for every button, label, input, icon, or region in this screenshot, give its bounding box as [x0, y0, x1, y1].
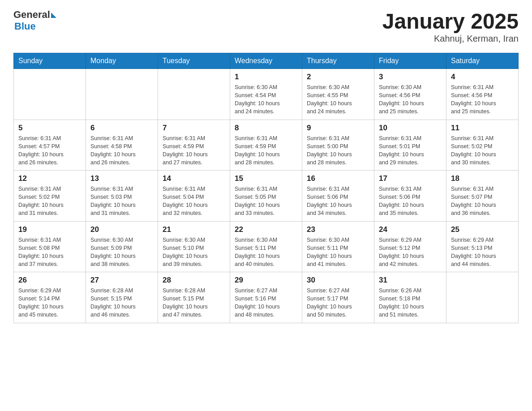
- calendar-cell: 8Sunrise: 6:31 AM Sunset: 4:59 PM Daylig…: [230, 120, 302, 171]
- calendar-cell: 26Sunrise: 6:29 AM Sunset: 5:14 PM Dayli…: [14, 272, 86, 323]
- day-number: 20: [90, 225, 153, 234]
- day-number: 18: [451, 174, 514, 183]
- day-number: 19: [18, 225, 81, 234]
- day-number: 7: [163, 124, 225, 133]
- day-info: Sunrise: 6:29 AM Sunset: 5:14 PM Dayligh…: [18, 287, 81, 319]
- calendar-cell: [86, 69, 158, 120]
- day-header-row: SundayMondayTuesdayWednesdayThursdayFrid…: [14, 53, 519, 69]
- calendar-cell: 2Sunrise: 6:30 AM Sunset: 4:55 PM Daylig…: [302, 69, 374, 120]
- col-header-monday: Monday: [86, 53, 158, 69]
- calendar-body: 1Sunrise: 6:30 AM Sunset: 4:54 PM Daylig…: [14, 69, 519, 323]
- col-header-wednesday: Wednesday: [230, 53, 302, 69]
- day-number: 26: [18, 276, 81, 285]
- week-row-4: 19Sunrise: 6:31 AM Sunset: 5:08 PM Dayli…: [14, 221, 519, 272]
- calendar-cell: 20Sunrise: 6:30 AM Sunset: 5:09 PM Dayli…: [86, 221, 158, 272]
- calendar-subtitle: Kahnuj, Kerman, Iran: [382, 34, 519, 44]
- calendar-cell: 19Sunrise: 6:31 AM Sunset: 5:08 PM Dayli…: [14, 221, 86, 272]
- day-number: 15: [235, 174, 297, 183]
- day-number: 24: [379, 225, 442, 234]
- day-number: 11: [451, 124, 514, 133]
- day-info: Sunrise: 6:30 AM Sunset: 5:11 PM Dayligh…: [307, 236, 369, 269]
- day-info: Sunrise: 6:28 AM Sunset: 5:15 PM Dayligh…: [163, 287, 225, 319]
- calendar-cell: 22Sunrise: 6:30 AM Sunset: 5:11 PM Dayli…: [230, 221, 302, 272]
- day-number: 9: [307, 124, 369, 133]
- calendar-cell: 24Sunrise: 6:29 AM Sunset: 5:12 PM Dayli…: [374, 221, 446, 272]
- calendar-table: SundayMondayTuesdayWednesdayThursdayFrid…: [13, 53, 519, 323]
- col-header-tuesday: Tuesday: [158, 53, 230, 69]
- calendar-cell: 27Sunrise: 6:28 AM Sunset: 5:15 PM Dayli…: [86, 272, 158, 323]
- day-number: 21: [163, 225, 225, 234]
- day-info: Sunrise: 6:31 AM Sunset: 5:03 PM Dayligh…: [90, 185, 153, 218]
- day-number: 6: [90, 124, 153, 133]
- calendar-cell: 4Sunrise: 6:31 AM Sunset: 4:56 PM Daylig…: [446, 69, 519, 120]
- day-number: 3: [379, 73, 442, 81]
- day-number: 25: [451, 225, 514, 234]
- day-info: Sunrise: 6:30 AM Sunset: 4:56 PM Dayligh…: [379, 83, 442, 116]
- calendar-cell: [14, 69, 86, 120]
- day-info: Sunrise: 6:29 AM Sunset: 5:13 PM Dayligh…: [451, 236, 514, 269]
- calendar-header: SundayMondayTuesdayWednesdayThursdayFrid…: [14, 53, 519, 69]
- day-info: Sunrise: 6:30 AM Sunset: 4:55 PM Dayligh…: [307, 83, 369, 116]
- calendar-cell: 1Sunrise: 6:30 AM Sunset: 4:54 PM Daylig…: [230, 69, 302, 120]
- day-number: 5: [18, 124, 81, 133]
- day-number: 22: [235, 225, 297, 234]
- logo: General Blue: [13, 9, 56, 32]
- calendar-cell: 3Sunrise: 6:30 AM Sunset: 4:56 PM Daylig…: [374, 69, 446, 120]
- week-row-5: 26Sunrise: 6:29 AM Sunset: 5:14 PM Dayli…: [14, 272, 519, 323]
- day-info: Sunrise: 6:27 AM Sunset: 5:16 PM Dayligh…: [235, 287, 297, 319]
- calendar-cell: [158, 69, 230, 120]
- day-info: Sunrise: 6:31 AM Sunset: 5:06 PM Dayligh…: [379, 185, 442, 218]
- day-number: 1: [235, 73, 297, 81]
- calendar-cell: 28Sunrise: 6:28 AM Sunset: 5:15 PM Dayli…: [158, 272, 230, 323]
- day-number: 4: [451, 73, 514, 81]
- day-info: Sunrise: 6:31 AM Sunset: 5:02 PM Dayligh…: [451, 134, 514, 167]
- week-row-1: 1Sunrise: 6:30 AM Sunset: 4:54 PM Daylig…: [14, 69, 519, 120]
- calendar-cell: 7Sunrise: 6:31 AM Sunset: 4:59 PM Daylig…: [158, 120, 230, 171]
- day-number: 2: [307, 73, 369, 81]
- calendar-cell: 21Sunrise: 6:30 AM Sunset: 5:10 PM Dayli…: [158, 221, 230, 272]
- calendar-cell: 6Sunrise: 6:31 AM Sunset: 4:58 PM Daylig…: [86, 120, 158, 171]
- calendar-cell: 12Sunrise: 6:31 AM Sunset: 5:02 PM Dayli…: [14, 171, 86, 222]
- calendar-cell: 29Sunrise: 6:27 AM Sunset: 5:16 PM Dayli…: [230, 272, 302, 323]
- day-info: Sunrise: 6:30 AM Sunset: 5:10 PM Dayligh…: [163, 236, 225, 269]
- day-info: Sunrise: 6:31 AM Sunset: 5:04 PM Dayligh…: [163, 185, 225, 218]
- calendar-cell: 30Sunrise: 6:27 AM Sunset: 5:17 PM Dayli…: [302, 272, 374, 323]
- day-info: Sunrise: 6:31 AM Sunset: 5:07 PM Dayligh…: [451, 185, 514, 218]
- week-row-2: 5Sunrise: 6:31 AM Sunset: 4:57 PM Daylig…: [14, 120, 519, 171]
- day-info: Sunrise: 6:31 AM Sunset: 5:05 PM Dayligh…: [235, 185, 297, 218]
- calendar-title-block: January 2025 Kahnuj, Kerman, Iran: [382, 9, 519, 44]
- day-info: Sunrise: 6:31 AM Sunset: 4:57 PM Dayligh…: [18, 134, 81, 167]
- day-info: Sunrise: 6:27 AM Sunset: 5:17 PM Dayligh…: [307, 287, 369, 319]
- calendar-cell: 23Sunrise: 6:30 AM Sunset: 5:11 PM Dayli…: [302, 221, 374, 272]
- calendar-cell: [446, 272, 519, 323]
- logo-blue-text: Blue: [14, 21, 56, 32]
- day-info: Sunrise: 6:31 AM Sunset: 4:59 PM Dayligh…: [163, 134, 225, 167]
- calendar-cell: 25Sunrise: 6:29 AM Sunset: 5:13 PM Dayli…: [446, 221, 519, 272]
- day-info: Sunrise: 6:30 AM Sunset: 5:09 PM Dayligh…: [90, 236, 153, 269]
- week-row-3: 12Sunrise: 6:31 AM Sunset: 5:02 PM Dayli…: [14, 171, 519, 222]
- day-info: Sunrise: 6:30 AM Sunset: 4:54 PM Dayligh…: [235, 83, 297, 116]
- day-number: 31: [379, 276, 442, 285]
- day-info: Sunrise: 6:26 AM Sunset: 5:18 PM Dayligh…: [379, 287, 442, 319]
- calendar-cell: 18Sunrise: 6:31 AM Sunset: 5:07 PM Dayli…: [446, 171, 519, 222]
- day-number: 8: [235, 124, 297, 133]
- day-number: 14: [163, 174, 225, 183]
- day-info: Sunrise: 6:31 AM Sunset: 5:08 PM Dayligh…: [18, 236, 81, 269]
- calendar-cell: 5Sunrise: 6:31 AM Sunset: 4:57 PM Daylig…: [14, 120, 86, 171]
- calendar-cell: 9Sunrise: 6:31 AM Sunset: 5:00 PM Daylig…: [302, 120, 374, 171]
- calendar-cell: 11Sunrise: 6:31 AM Sunset: 5:02 PM Dayli…: [446, 120, 519, 171]
- day-info: Sunrise: 6:29 AM Sunset: 5:12 PM Dayligh…: [379, 236, 442, 269]
- calendar-cell: 13Sunrise: 6:31 AM Sunset: 5:03 PM Dayli…: [86, 171, 158, 222]
- logo-general-text: General: [13, 9, 50, 21]
- day-number: 27: [90, 276, 153, 285]
- day-info: Sunrise: 6:31 AM Sunset: 4:56 PM Dayligh…: [451, 83, 514, 116]
- day-number: 23: [307, 225, 369, 234]
- calendar-cell: 15Sunrise: 6:31 AM Sunset: 5:05 PM Dayli…: [230, 171, 302, 222]
- calendar-cell: 14Sunrise: 6:31 AM Sunset: 5:04 PM Dayli…: [158, 171, 230, 222]
- page-header: General Blue January 2025 Kahnuj, Kerman…: [13, 9, 519, 44]
- day-info: Sunrise: 6:31 AM Sunset: 5:00 PM Dayligh…: [307, 134, 369, 167]
- col-header-sunday: Sunday: [14, 53, 86, 69]
- calendar-cell: 31Sunrise: 6:26 AM Sunset: 5:18 PM Dayli…: [374, 272, 446, 323]
- day-info: Sunrise: 6:31 AM Sunset: 5:01 PM Dayligh…: [379, 134, 442, 167]
- day-info: Sunrise: 6:31 AM Sunset: 5:02 PM Dayligh…: [18, 185, 81, 218]
